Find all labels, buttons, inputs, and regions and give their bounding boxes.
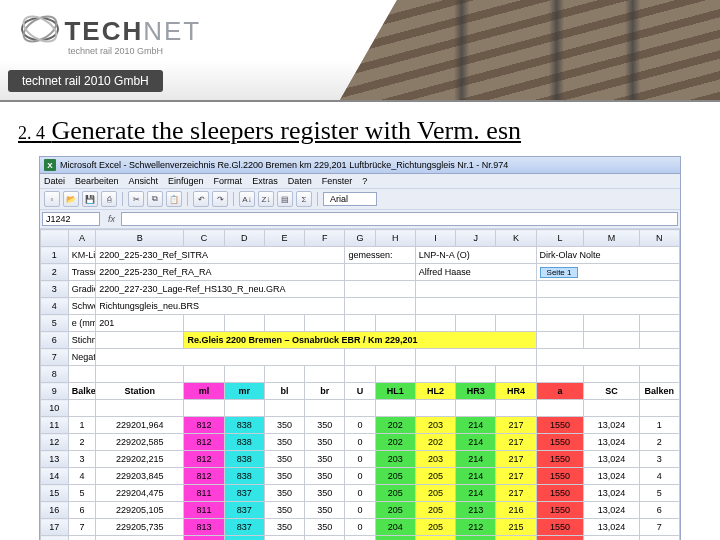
name-box[interactable]: J1242 [42, 212, 100, 226]
cell[interactable] [456, 366, 496, 383]
fx-icon[interactable]: fx [102, 214, 121, 224]
cell[interactable] [224, 315, 264, 332]
column-header[interactable]: E [264, 230, 304, 247]
data-cell[interactable]: 350 [264, 502, 304, 519]
data-cell[interactable]: 838 [224, 468, 264, 485]
data-cell[interactable]: 813 [184, 536, 224, 541]
copy-icon[interactable]: ⧉ [147, 191, 163, 207]
data-cell[interactable]: 0 [345, 519, 375, 536]
data-cell[interactable]: 350 [264, 451, 304, 468]
data-cell[interactable]: 6 [68, 502, 96, 519]
data-cell[interactable]: 215 [496, 536, 536, 541]
cell[interactable] [584, 400, 639, 417]
cell[interactable] [415, 281, 536, 298]
data-cell[interactable]: 837 [224, 485, 264, 502]
data-cell[interactable]: 229202,585 [96, 434, 184, 451]
data-cell[interactable]: 350 [305, 451, 345, 468]
data-cell[interactable]: 350 [264, 519, 304, 536]
spreadsheet-grid[interactable]: ABCDEFGHIJKLMN 1KM-Linie:2200_225-230_Re… [40, 229, 680, 540]
data-cell[interactable]: 0 [345, 502, 375, 519]
menu-item[interactable]: Daten [288, 176, 312, 186]
data-cell[interactable]: 5 [68, 485, 96, 502]
data-cell[interactable]: 837 [224, 536, 264, 541]
open-icon[interactable]: 📂 [63, 191, 79, 207]
data-cell[interactable]: 4 [639, 468, 679, 485]
cell[interactable] [639, 400, 679, 417]
row-header[interactable]: 13 [41, 451, 69, 468]
data-cell[interactable]: 13,024 [584, 536, 639, 541]
column-header[interactable]: N [639, 230, 679, 247]
row-header[interactable]: 18 [41, 536, 69, 541]
cell[interactable]: Dirk-Olav Nolte [536, 247, 679, 264]
data-cell[interactable]: 1550 [536, 417, 584, 434]
cell[interactable]: 2200_227-230_Lage-Ref_HS130_R_neu.GRA [96, 281, 345, 298]
data-cell[interactable]: 13,024 [584, 417, 639, 434]
cell[interactable] [224, 366, 264, 383]
data-cell[interactable]: 350 [264, 536, 304, 541]
data-cell[interactable]: 205 [375, 502, 415, 519]
data-cell[interactable]: 229203,845 [96, 468, 184, 485]
font-selector[interactable]: Arial [323, 192, 377, 206]
data-cell[interactable]: 13,024 [584, 451, 639, 468]
menu-item[interactable]: ? [362, 176, 367, 186]
cell[interactable] [536, 298, 679, 315]
data-cell[interactable]: 0 [345, 468, 375, 485]
cell[interactable] [345, 281, 415, 298]
cell[interactable] [536, 349, 679, 366]
new-icon[interactable]: ▫ [44, 191, 60, 207]
data-cell[interactable]: 215 [496, 519, 536, 536]
row-header[interactable]: 5 [41, 315, 69, 332]
data-cell[interactable]: 13,024 [584, 519, 639, 536]
sort-desc-icon[interactable]: Z↓ [258, 191, 274, 207]
row-header[interactable]: 12 [41, 434, 69, 451]
cell[interactable] [184, 366, 224, 383]
data-cell[interactable]: 838 [224, 417, 264, 434]
data-cell[interactable]: 0 [345, 434, 375, 451]
cell[interactable]: Gradiente: [68, 281, 96, 298]
data-cell[interactable]: 205 [415, 468, 455, 485]
column-header[interactable]: L [536, 230, 584, 247]
table-header-cell[interactable]: bl [264, 383, 304, 400]
data-cell[interactable]: 1550 [536, 519, 584, 536]
row-header[interactable]: 14 [41, 468, 69, 485]
data-cell[interactable]: 1550 [536, 502, 584, 519]
cell[interactable] [584, 332, 639, 349]
data-cell[interactable]: 204 [375, 519, 415, 536]
data-cell[interactable]: 3 [68, 451, 96, 468]
column-header[interactable]: C [184, 230, 224, 247]
data-cell[interactable]: 214 [456, 451, 496, 468]
table-header-cell[interactable]: Balken [639, 383, 679, 400]
cell[interactable] [96, 349, 345, 366]
cell[interactable] [496, 315, 536, 332]
cell[interactable] [345, 400, 375, 417]
table-header-cell[interactable]: HL2 [415, 383, 455, 400]
cell[interactable] [345, 315, 375, 332]
data-cell[interactable]: 1550 [536, 468, 584, 485]
data-cell[interactable]: 214 [456, 468, 496, 485]
data-cell[interactable]: 3 [639, 451, 679, 468]
cell[interactable]: Schwellendatei: [68, 298, 96, 315]
column-header[interactable]: H [375, 230, 415, 247]
data-cell[interactable]: 838 [224, 434, 264, 451]
data-cell[interactable]: 202 [375, 434, 415, 451]
data-cell[interactable]: 13,024 [584, 468, 639, 485]
cell[interactable] [496, 400, 536, 417]
row-header[interactable]: 2 [41, 264, 69, 281]
chart-icon[interactable]: ▤ [277, 191, 293, 207]
cell[interactable] [415, 400, 455, 417]
cell[interactable] [305, 315, 345, 332]
data-cell[interactable]: 0 [345, 417, 375, 434]
data-cell[interactable]: 811 [184, 485, 224, 502]
table-header-cell[interactable]: HL1 [375, 383, 415, 400]
cell[interactable] [68, 366, 96, 383]
row-header[interactable]: 11 [41, 417, 69, 434]
data-cell[interactable]: 1 [639, 417, 679, 434]
cell[interactable] [96, 400, 184, 417]
cell[interactable] [456, 400, 496, 417]
data-cell[interactable]: 214 [456, 434, 496, 451]
table-header-cell[interactable]: mr [224, 383, 264, 400]
cell[interactable] [584, 315, 639, 332]
data-cell[interactable]: 203 [415, 417, 455, 434]
cell[interactable] [184, 315, 224, 332]
data-cell[interactable]: 229204,475 [96, 485, 184, 502]
